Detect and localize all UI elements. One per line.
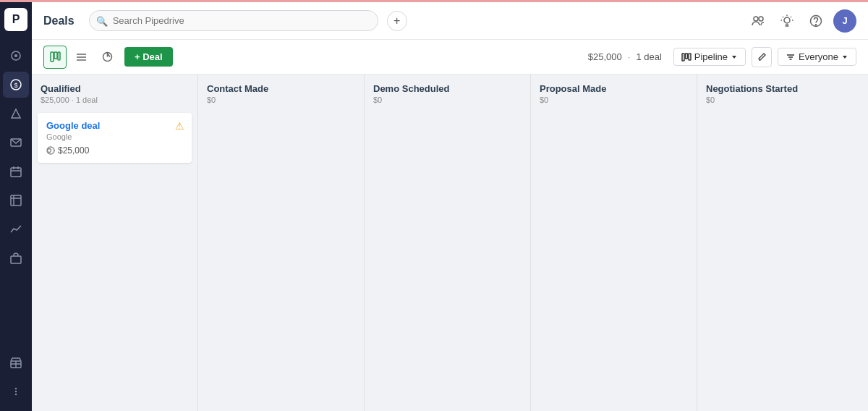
sidebar-item-mail[interactable] [3,130,29,156]
column-proposal-made: Proposal Made $0 [531,75,697,411]
help-icon-button[interactable] [804,9,827,33]
forecast-view-button[interactable] [95,46,119,69]
users-icon-button[interactable] [746,9,770,33]
svg-rect-6 [11,168,21,177]
sidebar: P $ [0,2,32,411]
pipeline-label: Pipeline [694,51,728,62]
edit-pipeline-button[interactable] [752,47,772,67]
global-add-button[interactable]: + [387,11,407,31]
column-qualified: Qualified $25,000 · 1 deal Google deal G… [32,75,198,411]
search-input[interactable] [89,10,378,31]
svg-marker-4 [12,109,20,118]
column-subtitle-demo-scheduled: $0 [373,96,522,104]
column-header-qualified: Qualified $25,000 · 1 deal [32,75,197,109]
sidebar-item-deals[interactable]: $ [3,72,29,98]
column-title-contact-made: Contact Made [207,83,355,94]
column-body-qualified: Google deal Google ⚠ $25,000 [32,109,197,411]
column-title-negotiations-started: Negotiations Started [706,83,855,94]
sidebar-item-leads[interactable] [3,101,29,127]
svg-line-26 [783,17,783,17]
sidebar-item-more[interactable] [3,378,29,404]
kanban-board: Qualified $25,000 · 1 deal Google deal G… [32,75,868,411]
svg-point-20 [754,17,758,21]
svg-marker-45 [843,56,847,59]
page-title: Deals [43,14,75,27]
svg-marker-40 [732,56,736,59]
column-subtitle-negotiations-started: $0 [706,96,855,104]
topbar-icons: J [746,9,856,33]
svg-rect-32 [58,52,60,60]
pipeline-selector[interactable]: Pipeline [673,48,746,66]
stats-amount: $25,000 [588,51,622,62]
column-header-negotiations-started: Negotiations Started $0 [697,75,864,109]
add-deal-button[interactable]: + Deal [124,47,173,67]
svg-point-21 [759,17,763,21]
svg-point-29 [815,24,816,25]
kanban-view-button[interactable] [43,46,67,69]
app-logo[interactable]: P [4,8,27,31]
column-contact-made: Contact Made $0 [198,75,365,411]
warning-icon: ⚠ [175,120,184,132]
column-header-contact-made: Contact Made $0 [198,75,364,109]
svg-point-1 [14,54,17,57]
deal-card-google[interactable]: Google deal Google ⚠ $25,000 [38,113,192,163]
column-subtitle-qualified: $25,000 · 1 deal [41,96,189,104]
column-body-proposal-made [531,109,697,411]
deal-org: Google [46,132,183,141]
column-header-proposal-made: Proposal Made $0 [531,75,697,109]
svg-rect-39 [689,54,691,60]
svg-rect-31 [54,52,57,59]
svg-point-22 [784,17,790,23]
deal-amount: $25,000 [46,145,89,156]
search-icon: 🔍 [96,15,108,26]
sidebar-item-activity[interactable] [3,43,29,69]
stats-deals: 1 deal [636,51,661,62]
deal-footer: $25,000 [46,145,183,156]
column-subtitle-contact-made: $0 [207,96,355,104]
column-title-qualified: Qualified [41,83,189,94]
sidebar-item-contacts[interactable] [3,187,29,213]
column-negotiations-started: Negotiations Started $0 [697,75,864,411]
svg-point-19 [15,394,17,395]
sidebar-item-reports[interactable] [3,216,29,242]
column-body-contact-made [198,109,364,411]
sidebar-item-calendar[interactable] [3,158,29,185]
svg-rect-30 [51,52,54,62]
list-view-button[interactable] [69,46,93,69]
column-title-proposal-made: Proposal Made [540,83,688,94]
svg-point-18 [15,391,17,392]
user-avatar[interactable]: J [833,9,856,33]
column-body-demo-scheduled [365,109,530,411]
svg-line-24 [791,17,791,17]
column-body-negotiations-started [697,109,864,411]
everyone-label: Everyone [799,51,838,62]
everyone-filter[interactable]: Everyone [778,48,856,66]
svg-rect-37 [682,54,684,61]
deal-name: Google deal [46,120,183,131]
svg-rect-10 [11,195,21,206]
svg-rect-38 [685,54,687,59]
column-demo-scheduled: Demo Scheduled $0 [365,75,531,411]
search-container: 🔍 [89,10,378,31]
svg-text:$: $ [14,82,17,89]
svg-point-17 [15,388,17,389]
sidebar-item-products[interactable] [3,245,29,271]
column-title-demo-scheduled: Demo Scheduled [373,83,522,94]
column-subtitle-proposal-made: $0 [540,96,688,104]
bulb-icon-button[interactable] [775,9,799,33]
svg-point-47 [48,149,51,153]
toolbar-stats: $25,000 · 1 deal [588,51,662,62]
sidebar-item-marketplace[interactable] [3,349,29,376]
topbar: Deals 🔍 + J [32,2,868,40]
toolbar: + Deal $25,000 · 1 deal Pipeline Everyon… [32,40,868,75]
column-header-demo-scheduled: Demo Scheduled $0 [365,75,530,109]
svg-rect-13 [11,256,21,263]
